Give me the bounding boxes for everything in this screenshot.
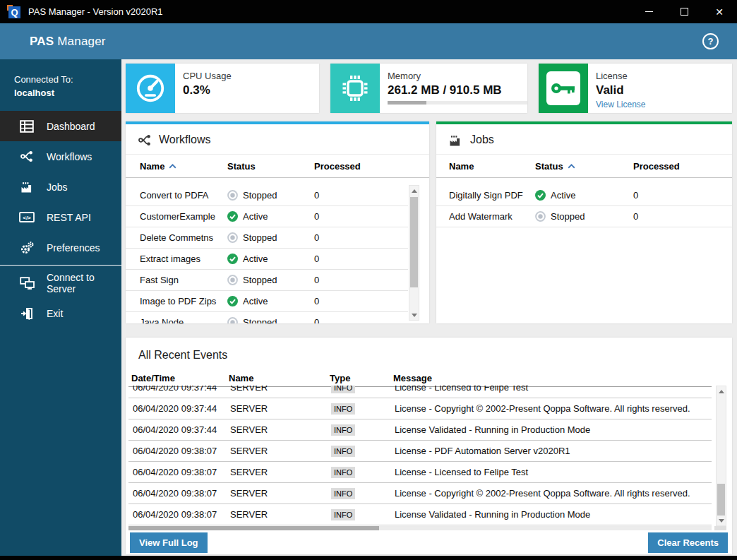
status-stopped-icon xyxy=(227,317,238,323)
status-stopped-icon xyxy=(535,211,546,222)
sidebar-item-jobs[interactable]: Jobs xyxy=(0,172,121,202)
workflow-row[interactable]: Java Node Stopped 0 xyxy=(126,312,408,323)
scroll-down-arrow[interactable] xyxy=(717,516,726,525)
job-processed: 0 xyxy=(633,211,732,222)
events-footer: View Full Log Clear Recents xyxy=(130,532,728,553)
event-message: License Validated - Running in Productio… xyxy=(395,424,712,435)
sidebar-item-preferences[interactable]: Preferences xyxy=(0,232,121,263)
jobs-panel: Jobs Name Status Processed Digitally Sig… xyxy=(436,121,732,323)
event-row[interactable]: 06/04/2020 09:38:07 SERVER INFO License … xyxy=(128,504,712,525)
workflows-scrollbar[interactable] xyxy=(409,185,419,321)
scroll-down-arrow[interactable] xyxy=(409,310,419,320)
minimize-button[interactable] xyxy=(631,0,666,23)
event-type-badge: INFO xyxy=(331,386,355,393)
column-header-message[interactable]: Message xyxy=(393,373,712,383)
close-icon: ✕ xyxy=(715,7,724,17)
recent-events-panel: All Recent Events Date/Time Name Type Me… xyxy=(126,338,732,554)
scrollbar-corner xyxy=(714,526,726,530)
column-header-name[interactable]: Name xyxy=(449,161,535,172)
event-source: SERVER xyxy=(230,386,331,393)
memory-label: Memory xyxy=(388,71,527,81)
event-row[interactable]: 06/04/2020 09:38:07 SERVER INFO License … xyxy=(128,462,712,483)
workflow-name: Convert to PDFA xyxy=(140,190,227,201)
workflow-row[interactable]: CustomerExample Active 0 xyxy=(126,206,408,227)
sidebar-item-workflows[interactable]: Workflows xyxy=(0,141,121,172)
workflow-status: Stopped xyxy=(227,275,314,285)
code-brackets-icon: </> xyxy=(19,212,35,222)
app-header: PAS Manager ? xyxy=(0,23,737,59)
dashboard-icon xyxy=(19,120,35,133)
sidebar-item-connect-to-server[interactable]: Connect to Server xyxy=(0,268,121,298)
column-header-status[interactable]: Status xyxy=(535,161,633,172)
event-row[interactable]: 06/04/2020 09:37:44 SERVER INFO License … xyxy=(128,386,712,398)
connected-label: Connected To: xyxy=(14,73,114,86)
event-type-badge: INFO xyxy=(331,446,355,457)
sidebar-item-exit[interactable]: Exit xyxy=(0,298,121,328)
scrollbar-thumb[interactable] xyxy=(128,526,379,530)
events-scrollbar[interactable] xyxy=(716,386,726,526)
workflow-status: Active xyxy=(227,296,314,306)
sidebar: Connected To: localhost Dashboard Workfl… xyxy=(0,59,121,556)
view-full-log-button[interactable]: View Full Log xyxy=(130,532,208,553)
events-table-header: Date/Time Name Type Message xyxy=(128,370,712,387)
factory-icon xyxy=(19,181,35,193)
column-header-name[interactable]: Name xyxy=(140,161,227,172)
workflow-row[interactable]: Convert to PDFA Stopped 0 xyxy=(126,185,408,206)
column-header-processed[interactable]: Processed xyxy=(633,161,732,172)
column-header-status[interactable]: Status xyxy=(227,161,314,172)
cpu-gauge-icon xyxy=(126,64,175,113)
event-datetime: 06/04/2020 09:38:07 xyxy=(133,446,230,456)
column-header-type[interactable]: Type xyxy=(330,373,393,383)
monitors-icon xyxy=(19,277,35,290)
events-horizontal-scrollbar[interactable] xyxy=(128,526,712,530)
sidebar-item-rest-api[interactable]: </> REST API xyxy=(0,202,121,232)
workflow-status: Stopped xyxy=(227,232,314,243)
license-card: License Valid View License xyxy=(539,64,732,113)
status-active-icon xyxy=(535,190,546,201)
memory-card: Memory 261.2 MB / 910.5 MB xyxy=(330,64,527,113)
sidebar-item-dashboard[interactable]: Dashboard xyxy=(0,111,121,141)
event-source: SERVER xyxy=(230,424,331,435)
scrollbar-thumb[interactable] xyxy=(410,197,418,287)
column-header-datetime[interactable]: Date/Time xyxy=(131,373,229,383)
job-row[interactable]: Digitally Sign PDF Active 0 xyxy=(436,185,732,206)
license-label: License xyxy=(596,71,646,81)
scroll-up-arrow[interactable] xyxy=(409,186,419,196)
app-logo-icon: Q xyxy=(7,5,20,18)
workflow-row[interactable]: Image to PDF Zips Active 0 xyxy=(126,291,408,312)
cpu-usage-label: CPU Usage xyxy=(183,71,232,81)
event-row[interactable]: 06/04/2020 09:37:44 SERVER INFO License … xyxy=(128,419,712,441)
clear-recents-button[interactable]: Clear Recents xyxy=(648,532,728,553)
event-row[interactable]: 06/04/2020 09:38:07 SERVER INFO License … xyxy=(128,441,712,462)
job-row[interactable]: Add Watermark Stopped 0 xyxy=(436,206,732,227)
sidebar-item-label: Dashboard xyxy=(47,121,95,132)
event-source: SERVER xyxy=(230,488,331,499)
window-title: PAS Manager - Version v2020R1 xyxy=(28,6,631,17)
scrollbar-thumb[interactable] xyxy=(717,484,725,516)
column-header-processed[interactable]: Processed xyxy=(314,161,429,172)
help-button[interactable]: ? xyxy=(702,33,719,49)
status-active-icon xyxy=(227,296,238,306)
event-row[interactable]: 06/04/2020 09:37:44 SERVER INFO License … xyxy=(128,398,712,419)
close-button[interactable]: ✕ xyxy=(702,0,737,23)
workflow-processed: 0 xyxy=(314,232,408,243)
workflows-table-header: Name Status Processed xyxy=(126,155,429,178)
event-row[interactable]: 06/04/2020 09:38:07 SERVER INFO License … xyxy=(128,483,712,504)
memory-progress-bar xyxy=(388,101,527,105)
workflow-row[interactable]: Extract images Active 0 xyxy=(126,249,408,270)
scroll-up-arrow[interactable] xyxy=(717,386,726,396)
view-license-link[interactable]: View License xyxy=(596,100,646,109)
svg-text:</>: </> xyxy=(23,215,31,221)
workflow-share-icon xyxy=(138,134,151,146)
workflow-status: Active xyxy=(227,211,314,222)
cpu-usage-card: CPU Usage 0.3% xyxy=(126,64,319,113)
event-datetime: 06/04/2020 09:37:44 xyxy=(133,403,230,414)
workflow-processed: 0 xyxy=(314,275,408,285)
workflow-row[interactable]: Delete Commetns Stopped 0 xyxy=(126,227,408,249)
recent-events-title: All Recent Events xyxy=(126,338,732,370)
workflow-row[interactable]: Fast Sign Stopped 0 xyxy=(126,270,408,291)
workflows-table-body: Convert to PDFA Stopped 0 xyxy=(126,185,408,323)
column-header-name[interactable]: Name xyxy=(229,373,330,383)
maximize-button[interactable] xyxy=(666,0,702,23)
connection-status: Connected To: localhost xyxy=(0,59,121,111)
